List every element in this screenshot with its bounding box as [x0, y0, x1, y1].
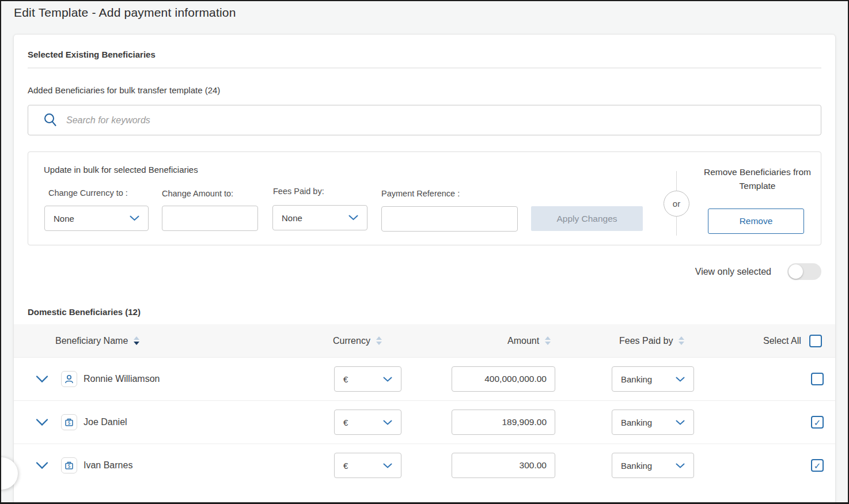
fees-paid-by-select[interactable]: Banking — [612, 366, 694, 392]
row-expander-chevron-icon[interactable] — [36, 462, 48, 469]
page-title: Edit Template - Add payment information — [14, 6, 236, 20]
amount-input[interactable] — [452, 453, 555, 478]
beneficiary-name: Joe Daniel — [84, 417, 127, 427]
column-header-beneficiary-name[interactable]: Beneficiary Name — [55, 324, 139, 357]
briefcase-dollar-icon: $ — [61, 414, 77, 430]
sort-icon — [134, 336, 139, 345]
table-header-row: Beneficiary Name Currency Amount Fees Pa… — [14, 324, 835, 357]
svg-text:$: $ — [67, 420, 70, 426]
domestic-beneficiaries-title: Domestic Beneficiaries (12) — [28, 307, 821, 317]
search-icon — [43, 112, 58, 128]
user-icon — [61, 371, 77, 387]
apply-changes-button[interactable]: Apply Changes — [531, 206, 643, 231]
search-box — [28, 105, 821, 135]
edit-template-page: Edit Template - Add payment information … — [0, 0, 849, 504]
amount-input[interactable] — [452, 366, 555, 392]
beneficiaries-card: Selected Existing Beneficiaries Added Be… — [13, 34, 836, 504]
chevron-down-icon — [348, 215, 358, 221]
bulk-update-panel: Update in bulk for selected Beneficiarie… — [28, 151, 821, 245]
change-currency-value: None — [54, 214, 74, 223]
fees-paid-by-select[interactable]: Banking — [612, 453, 694, 478]
table-row: $ Ivan Barnes € Banking — [14, 444, 835, 487]
currency-select[interactable]: € — [334, 453, 401, 478]
chevron-down-icon — [383, 420, 392, 425]
chevron-down-icon — [676, 463, 685, 468]
table-row: $ Joe Daniel € Banking — [14, 400, 835, 444]
search-input[interactable] — [66, 115, 813, 126]
fees-paid-by-value: None — [282, 213, 302, 223]
added-beneficiaries-count: Added Beneficiaries for bulk transfer te… — [28, 85, 821, 95]
change-amount-input[interactable] — [162, 206, 258, 231]
sort-icon — [679, 336, 684, 345]
table-row: Ronnie Williamson € Banking — [14, 357, 835, 400]
currency-select[interactable]: € — [334, 410, 401, 435]
column-header-currency[interactable]: Currency — [333, 324, 382, 357]
beneficiaries-table: Beneficiary Name Currency Amount Fees Pa… — [14, 324, 835, 487]
briefcase-dollar-icon: $ — [61, 457, 77, 473]
or-badge: or — [664, 191, 689, 217]
payment-reference-input[interactable] — [381, 206, 518, 232]
toggle-knob — [789, 264, 803, 279]
column-header-amount[interactable]: Amount — [507, 324, 551, 357]
view-only-selected-row: View only selected — [28, 263, 821, 280]
sort-icon — [545, 336, 551, 345]
row-select-checkbox[interactable] — [811, 373, 824, 385]
row-select-checkbox[interactable] — [811, 459, 824, 472]
chevron-down-icon — [676, 377, 685, 382]
chevron-down-icon — [130, 215, 139, 221]
column-header-select-all: Select All — [763, 324, 822, 357]
change-amount-label: Change Amount to: — [162, 189, 233, 198]
fees-paid-by-select[interactable]: Banking — [612, 410, 694, 435]
select-all-checkbox[interactable] — [809, 335, 822, 347]
view-only-selected-label: View only selected — [695, 267, 771, 277]
fees-paid-by-label: Fees Paid by: — [273, 187, 324, 196]
row-expander-chevron-icon[interactable] — [36, 419, 48, 426]
chevron-down-icon — [383, 377, 392, 382]
change-currency-select[interactable]: None — [44, 206, 149, 231]
heading-divider — [28, 67, 821, 69]
change-currency-label: Change Currency to : — [48, 188, 128, 198]
fees-paid-by-select[interactable]: None — [272, 205, 367, 230]
svg-text:$: $ — [67, 463, 70, 469]
beneficiary-name: Ronnie Williamson — [84, 374, 160, 384]
view-only-selected-toggle[interactable] — [787, 263, 821, 280]
beneficiary-name: Ivan Barnes — [84, 460, 132, 471]
amount-input[interactable] — [452, 410, 555, 435]
card-heading: Selected Existing Beneficiaries — [28, 35, 821, 59]
remove-button[interactable]: Remove — [708, 209, 804, 234]
chevron-down-icon — [383, 463, 392, 468]
chevron-down-icon — [676, 420, 685, 425]
bulk-update-title: Update in bulk for selected Beneficiarie… — [44, 165, 198, 175]
column-header-fees-paid-by[interactable]: Fees Paid by — [619, 324, 684, 357]
payment-reference-label: Payment Reference : — [381, 189, 460, 198]
row-expander-chevron-icon[interactable] — [36, 376, 48, 383]
currency-select[interactable]: € — [334, 366, 401, 392]
sort-icon — [376, 336, 382, 345]
remove-beneficiaries-heading: Remove Beneficiaries from Template — [695, 165, 820, 193]
row-select-checkbox[interactable] — [811, 416, 824, 429]
